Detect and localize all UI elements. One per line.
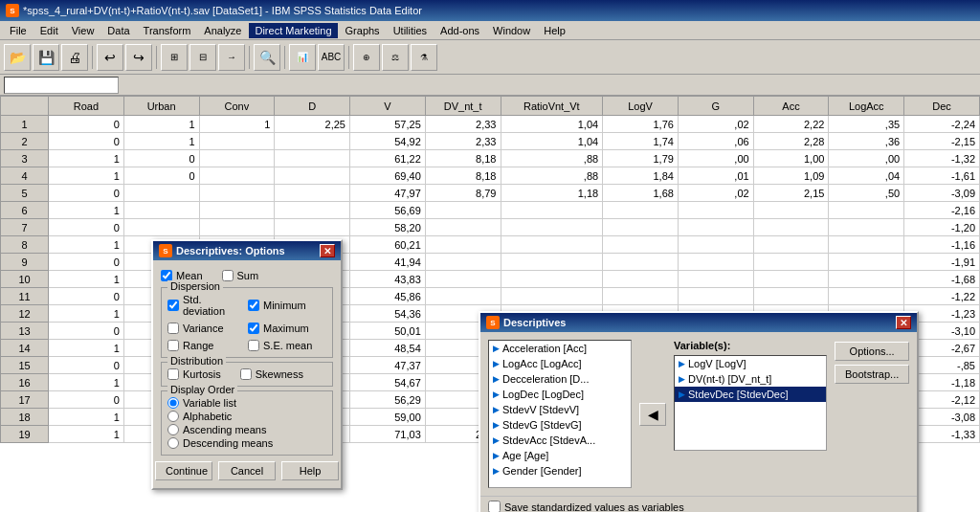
source-var-list[interactable]: ▶ Acceleration [Acc]▶ LogAcc [LogAcc]▶ D… xyxy=(488,340,632,488)
menu-edit[interactable]: Edit xyxy=(34,23,64,38)
table-cell[interactable]: 60,21 xyxy=(350,236,426,254)
menu-window[interactable]: Window xyxy=(487,23,536,38)
table-cell[interactable]: 0 xyxy=(49,254,124,271)
source-var-item[interactable]: ▶ StdevV [StdevV] xyxy=(489,402,631,417)
table-cell[interactable]: ,01 xyxy=(678,167,753,185)
table-cell[interactable] xyxy=(678,271,753,288)
table-cell[interactable] xyxy=(753,236,829,254)
table-cell[interactable]: 1 xyxy=(49,305,124,323)
col-dv-nt-t[interactable]: DV_nt_t xyxy=(425,97,501,116)
table-cell[interactable]: 1,76 xyxy=(603,116,679,133)
table-cell[interactable]: 54,36 xyxy=(350,305,426,323)
table-cell[interactable] xyxy=(501,271,603,288)
desc-dialog-close[interactable]: ✕ xyxy=(896,316,911,329)
menu-view[interactable]: View xyxy=(66,23,100,38)
table-cell[interactable]: -1,61 xyxy=(904,167,980,185)
table-cell[interactable] xyxy=(603,271,679,288)
undo-btn[interactable]: ↩ xyxy=(97,44,123,71)
bootstrap-btn[interactable]: Bootstrap... xyxy=(835,365,909,384)
table-cell[interactable]: 1,04 xyxy=(501,116,603,133)
table-cell[interactable] xyxy=(603,202,679,219)
target-var-item[interactable]: ▶ LogV [LogV] xyxy=(675,356,826,371)
col-g[interactable]: G xyxy=(678,97,753,116)
save-standardized-checkbox[interactable] xyxy=(488,501,501,512)
table-cell[interactable] xyxy=(199,167,275,185)
varlist-radio[interactable] xyxy=(167,397,179,409)
table-cell[interactable]: -2,24 xyxy=(904,116,980,133)
table-cell[interactable]: ,00 xyxy=(829,150,904,167)
alpha-radio[interactable] xyxy=(167,411,179,422)
table-cell[interactable] xyxy=(275,150,350,167)
source-var-item[interactable]: ▶ LogAcc [LogAcc] xyxy=(489,356,631,371)
table-cell[interactable] xyxy=(425,271,501,288)
table-cell[interactable]: -3,09 xyxy=(904,185,980,202)
table-cell[interactable]: 2,25 xyxy=(275,116,350,133)
table-cell[interactable]: ,00 xyxy=(678,150,753,167)
table-cell[interactable]: 1 xyxy=(199,116,275,133)
table-cell[interactable]: 56,69 xyxy=(350,202,426,219)
table-cell[interactable] xyxy=(829,254,904,271)
table-cell[interactable] xyxy=(123,185,199,202)
table-cell[interactable]: 2,15 xyxy=(753,185,829,202)
table-cell[interactable]: 1,00 xyxy=(753,150,829,167)
sum-checkbox[interactable] xyxy=(222,270,234,281)
table-cell[interactable]: ,88 xyxy=(501,150,603,167)
table-cell[interactable]: 2,22 xyxy=(753,116,829,133)
table-cell[interactable] xyxy=(199,133,275,150)
col-road[interactable]: Road xyxy=(49,97,124,116)
move-var-btn[interactable]: ◀ xyxy=(639,403,666,426)
table-cell[interactable]: 48,54 xyxy=(350,340,426,357)
menu-data[interactable]: Data xyxy=(101,23,135,38)
table-cell[interactable] xyxy=(501,202,603,219)
semean-checkbox[interactable] xyxy=(248,340,259,351)
target-var-item[interactable]: ▶ DV(nt-t) [DV_nt_t] xyxy=(675,371,826,387)
table-cell[interactable]: 1 xyxy=(49,271,124,288)
table-cell[interactable]: 0 xyxy=(49,288,124,305)
table-cell[interactable] xyxy=(275,219,350,236)
filter-btn[interactable]: ⚗ xyxy=(411,44,437,71)
table-cell[interactable] xyxy=(501,288,603,305)
spell-btn[interactable]: ABC xyxy=(318,44,345,71)
table-cell[interactable] xyxy=(829,236,904,254)
table-cell[interactable]: 0 xyxy=(49,133,124,150)
table-cell[interactable]: 1,84 xyxy=(603,167,679,185)
table-cell[interactable]: 1 xyxy=(49,409,124,426)
table-cell[interactable]: 50,01 xyxy=(350,323,426,340)
table-cell[interactable]: -1,16 xyxy=(904,236,980,254)
table-cell[interactable]: 47,97 xyxy=(350,185,426,202)
charts-btn[interactable]: 📊 xyxy=(289,44,316,71)
col-d[interactable]: D xyxy=(275,97,350,116)
table-cell[interactable]: 1 xyxy=(49,236,124,254)
table-cell[interactable]: ,04 xyxy=(829,167,904,185)
table-cell[interactable] xyxy=(829,219,904,236)
table-cell[interactable]: 1 xyxy=(123,116,199,133)
table-cell[interactable]: -1,20 xyxy=(904,219,980,236)
menu-graphs[interactable]: Graphs xyxy=(340,23,386,38)
print-btn[interactable]: 🖨 xyxy=(61,44,88,71)
table-cell[interactable]: ,06 xyxy=(678,133,753,150)
source-var-item[interactable]: ▶ StdevG [StdevG] xyxy=(489,417,631,433)
table-cell[interactable]: 8,18 xyxy=(425,167,501,185)
find-btn[interactable]: 🔍 xyxy=(254,44,280,71)
table-cell[interactable] xyxy=(603,254,679,271)
table-cell[interactable] xyxy=(753,271,829,288)
table-cell[interactable] xyxy=(425,288,501,305)
range-checkbox[interactable] xyxy=(167,340,179,351)
table-cell[interactable]: 1,74 xyxy=(603,133,679,150)
table-cell[interactable]: ,36 xyxy=(829,133,904,150)
source-var-item[interactable]: ▶ StdevAcc [StdevA... xyxy=(489,433,631,448)
table-cell[interactable] xyxy=(501,254,603,271)
table-cell[interactable]: 45,86 xyxy=(350,288,426,305)
table-cell[interactable]: ,50 xyxy=(829,185,904,202)
table-cell[interactable] xyxy=(678,219,753,236)
table-cell[interactable]: 56,29 xyxy=(350,391,426,409)
skewness-checkbox[interactable] xyxy=(240,368,252,380)
table-cell[interactable]: 54,67 xyxy=(350,374,426,391)
redo-btn[interactable]: ↪ xyxy=(125,44,152,71)
table-cell[interactable]: 71,03 xyxy=(350,426,426,443)
table-cell[interactable] xyxy=(501,236,603,254)
source-var-item[interactable]: ▶ Gender [Gender] xyxy=(489,463,631,479)
goto-btn[interactable]: → xyxy=(218,44,245,71)
table-cell[interactable]: 0 xyxy=(49,323,124,340)
table-cell[interactable]: 1,79 xyxy=(603,150,679,167)
